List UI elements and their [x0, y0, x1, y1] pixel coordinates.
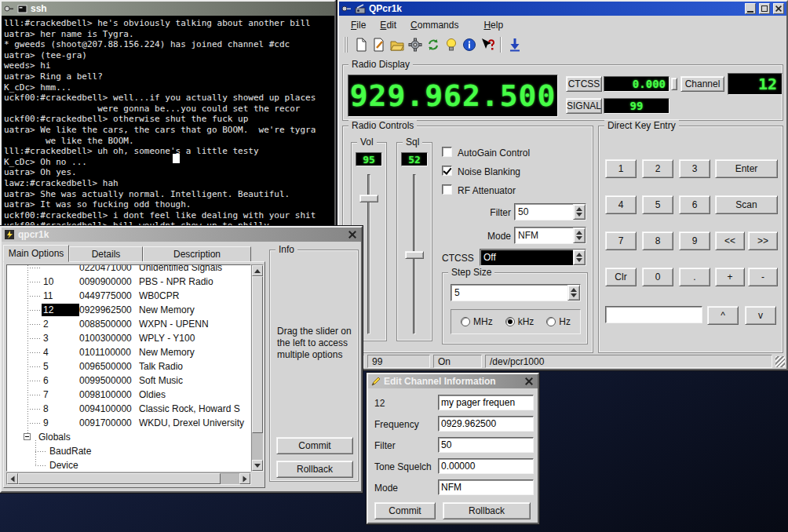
key-3[interactable]: 3 — [679, 159, 710, 178]
autogain-checkbox[interactable] — [442, 147, 452, 157]
scroll-right-icon[interactable] — [239, 473, 250, 484]
tree-node-globals[interactable]: Globals — [7, 430, 250, 444]
ctcss-combo[interactable]: Off — [480, 249, 586, 266]
unit-mhz-option[interactable]: MHz — [461, 316, 493, 327]
filter-input[interactable] — [438, 437, 534, 453]
scrollbar-thumb[interactable] — [252, 276, 263, 433]
tree-node-baudrate[interactable]: BaudRate — [7, 444, 250, 458]
toolbar-handle[interactable] — [344, 37, 348, 53]
channel-list-titlebar[interactable]: qpcr1k — [2, 228, 361, 242]
key-plus[interactable]: + — [715, 268, 745, 286]
mode-input[interactable] — [438, 479, 534, 495]
commit-button[interactable]: Commit — [276, 437, 353, 454]
noise-blanking-checkbox[interactable] — [442, 166, 452, 176]
spinner-arrows-icon[interactable] — [573, 204, 586, 220]
tab-description[interactable]: Description — [143, 246, 251, 262]
edit-dialog-titlebar[interactable]: Edit Channel Information — [368, 374, 538, 388]
sticky-pin-icon[interactable] — [341, 4, 352, 14]
mode-combo[interactable]: NFM — [514, 227, 586, 244]
key-9[interactable]: 9 — [679, 231, 710, 250]
vol-slider-handle[interactable] — [359, 195, 378, 202]
rollback-button[interactable]: Rollback — [443, 502, 531, 519]
menu-file[interactable]: File — [344, 16, 373, 34]
close-button[interactable] — [523, 375, 535, 388]
collapse-icon[interactable] — [24, 433, 31, 440]
radio-button[interactable] — [546, 317, 556, 326]
spinner-arrows-icon[interactable] — [567, 285, 580, 301]
channel-row[interactable]: 8 0094100000 Classic Rock, Howard S — [7, 402, 250, 416]
key-next[interactable]: >> — [748, 231, 778, 250]
tone-squelch-input[interactable] — [438, 458, 534, 474]
key-enter[interactable]: Enter — [715, 159, 778, 178]
channel-row[interactable]: 10 0090900000 PBS - NPR Radio — [7, 275, 250, 289]
new-document-icon[interactable] — [352, 36, 370, 54]
channel-row[interactable]: 5 0096500000 Talk Radio — [7, 359, 250, 373]
channel-row[interactable]: 3 0100300000 WPLY - Y100 — [7, 331, 250, 345]
close-button[interactable] — [773, 3, 784, 14]
channel-row[interactable]: 11 0449775000 WB0CPR — [7, 289, 250, 303]
channel-row-selected[interactable]: 12 0929962500 New Memory — [7, 303, 250, 317]
sticky-pin-icon[interactable] — [4, 4, 14, 14]
whats-this-icon[interactable] — [478, 36, 496, 54]
tab-details[interactable]: Details — [69, 246, 143, 262]
key-scan[interactable]: Scan — [715, 195, 778, 214]
channel-name-input[interactable] — [438, 395, 534, 410]
key-down[interactable]: v — [745, 306, 776, 325]
scrollbar-thumb[interactable] — [18, 473, 221, 484]
spinner-arrows-icon[interactable] — [573, 228, 586, 243]
tree-node-device[interactable]: Device — [7, 458, 250, 472]
scroll-left-icon[interactable] — [7, 473, 18, 484]
radio-button-selected[interactable] — [505, 317, 515, 326]
channel-row[interactable]: 6 0099500000 Soft Music — [7, 373, 250, 388]
menu-commands[interactable]: Commands — [403, 16, 465, 34]
key-5[interactable]: 5 — [642, 195, 673, 214]
refresh-icon[interactable] — [424, 36, 442, 54]
scroll-up-icon[interactable] — [252, 265, 263, 276]
key-1[interactable]: 1 — [605, 159, 637, 178]
app-icon[interactable] — [4, 229, 15, 240]
maximize-button[interactable] — [759, 3, 770, 14]
scroll-down-icon[interactable] — [252, 460, 263, 471]
rf-attenuator-checkbox[interactable] — [442, 184, 452, 195]
channel-row[interactable]: 2 0088500000 WXPN - UPENN — [7, 317, 250, 331]
channel-row[interactable]: 0220471000 Unidentified Signals — [7, 264, 250, 275]
channel-listview[interactable]: 0220471000 Unidentified Signals 10 00909… — [6, 264, 251, 472]
key-8[interactable]: 8 — [642, 231, 673, 250]
unit-khz-option[interactable]: kHz — [505, 316, 534, 327]
commit-button[interactable]: Commit — [374, 502, 436, 519]
app-icon[interactable] — [355, 4, 366, 14]
filter-combo[interactable]: 50 — [514, 203, 586, 220]
key-clr[interactable]: Clr — [605, 268, 637, 286]
terminal-screen[interactable]: lll:#crackedbell> he's obviously talking… — [2, 16, 334, 231]
key-4[interactable]: 4 — [605, 195, 637, 214]
open-folder-icon[interactable] — [388, 36, 406, 54]
unit-hz-option[interactable]: Hz — [546, 316, 571, 327]
key-0[interactable]: 0 — [642, 268, 673, 286]
vertical-scrollbar[interactable] — [251, 264, 264, 472]
close-button[interactable] — [346, 228, 359, 241]
edit-document-icon[interactable] — [370, 36, 388, 54]
channel-row[interactable]: 9 0091700000 WKDU, Drexel University — [7, 416, 250, 430]
download-icon[interactable] — [505, 36, 524, 54]
settings-gear-icon[interactable] — [406, 36, 424, 54]
key-dot[interactable]: . — [679, 268, 710, 286]
spinner-arrows-icon[interactable] — [573, 250, 586, 265]
ssh-titlebar[interactable]: ssh — [2, 2, 334, 16]
channel-row[interactable]: 7 0098100000 Oldies — [7, 388, 250, 402]
key-prev[interactable]: << — [715, 231, 745, 250]
tab-main-options[interactable]: Main Options — [3, 245, 69, 262]
channel-row[interactable]: 4 0101100000 New Memory — [7, 345, 250, 359]
rollback-button[interactable]: Rollback — [276, 461, 353, 478]
tip-lightbulb-icon[interactable] — [442, 36, 460, 54]
resize-grip[interactable] — [775, 356, 785, 367]
key-minus[interactable]: - — [748, 268, 778, 286]
key-6[interactable]: 6 — [679, 195, 710, 214]
step-size-spinner[interactable]: 5 — [451, 284, 581, 301]
key-2[interactable]: 2 — [642, 159, 673, 178]
key-up[interactable]: ^ — [707, 306, 739, 325]
horizontal-scrollbar[interactable] — [6, 472, 251, 485]
radio-button[interactable] — [461, 317, 470, 326]
menu-help[interactable]: Help — [476, 16, 510, 34]
radio-titlebar[interactable]: QPcr1k — [339, 2, 786, 16]
frequency-entry-input[interactable] — [605, 306, 702, 323]
